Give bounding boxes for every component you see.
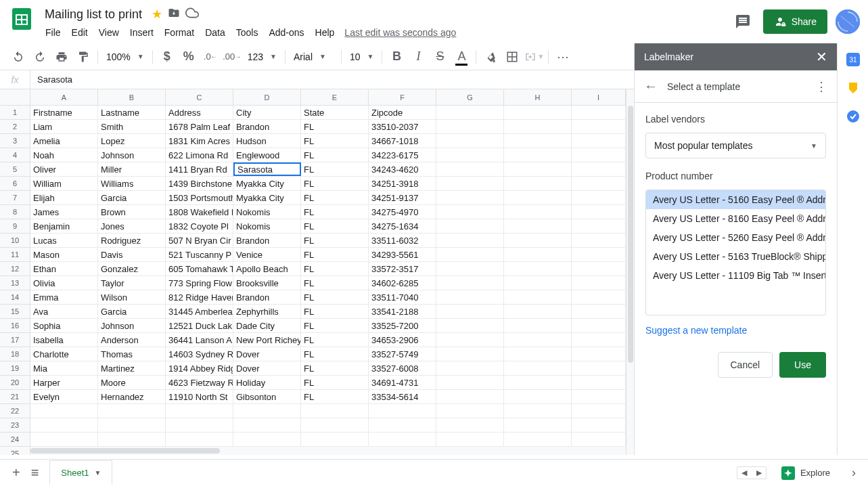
row-head-4[interactable]: 4	[0, 148, 30, 162]
cell[interactable]	[233, 404, 301, 418]
cell[interactable]	[572, 404, 626, 418]
cell[interactable]: FL	[301, 319, 369, 332]
font-size-dropdown[interactable]: 10▼	[346, 49, 378, 65]
cell[interactable]	[572, 390, 626, 403]
cell[interactable]: 33534-5614	[369, 390, 436, 403]
text-color-icon[interactable]: A	[451, 47, 472, 67]
cell[interactable]: FL	[301, 361, 369, 375]
cell[interactable]	[504, 404, 572, 418]
comments-icon[interactable]	[731, 9, 755, 34]
cell[interactable]: Emma	[30, 290, 98, 304]
cell[interactable]: 34223-6175	[369, 148, 436, 162]
cell[interactable]	[504, 120, 572, 133]
cell[interactable]: Jones	[98, 219, 166, 233]
cell[interactable]: Williams	[98, 177, 166, 190]
cell[interactable]	[436, 347, 504, 361]
cell[interactable]: Sarasota	[233, 162, 301, 176]
cell[interactable]	[572, 191, 626, 204]
cell[interactable]: 12521 Duck Lak	[166, 319, 233, 332]
cloud-status-icon[interactable]	[185, 6, 199, 22]
cell[interactable]	[504, 219, 572, 233]
cell[interactable]	[436, 390, 504, 403]
cell[interactable]: 34691-4731	[369, 376, 436, 389]
cell[interactable]: 1678 Palm Leaf	[166, 120, 233, 133]
back-arrow-icon[interactable]: ←	[644, 79, 658, 94]
cell[interactable]: 33510-2037	[369, 120, 436, 133]
menu-insert[interactable]: Insert	[125, 24, 158, 41]
cell[interactable]: 34275-1634	[369, 219, 436, 233]
cell[interactable]: Sophia	[30, 319, 98, 332]
cell[interactable]	[572, 347, 626, 361]
cell[interactable]: Taylor	[98, 276, 166, 290]
cell[interactable]: 11910 North St	[166, 390, 233, 403]
cell[interactable]: FL	[301, 162, 369, 176]
cell[interactable]	[436, 106, 504, 119]
cell[interactable]	[572, 219, 626, 233]
cell[interactable]: 33572-3517	[369, 262, 436, 275]
cell[interactable]	[436, 433, 504, 446]
menu-file[interactable]: File	[41, 24, 66, 41]
cell[interactable]: Myakka City	[233, 191, 301, 204]
merge-cells-icon[interactable]: ▼	[524, 47, 544, 67]
cell[interactable]: 31445 Amberlea	[166, 305, 233, 318]
doc-title[interactable]: Mailing list to print	[41, 6, 146, 23]
row-head-6[interactable]: 6	[0, 177, 30, 191]
cell[interactable]: FL	[301, 305, 369, 318]
cell[interactable]: FL	[301, 177, 369, 190]
cell[interactable]	[572, 262, 626, 275]
cell[interactable]: Oliver	[30, 162, 98, 176]
menu-view[interactable]: View	[94, 24, 124, 41]
explore-button[interactable]: ✦ Explore	[773, 462, 838, 484]
star-icon[interactable]: ★	[152, 7, 162, 22]
cell[interactable]	[369, 418, 436, 432]
cell[interactable]: Nokomis	[233, 219, 301, 233]
currency-icon[interactable]: $	[157, 47, 177, 67]
cell[interactable]: FL	[301, 134, 369, 148]
cell[interactable]: Rodriguez	[98, 234, 166, 247]
cell[interactable]	[504, 361, 572, 375]
zoom-dropdown[interactable]: 100%▼	[102, 49, 148, 65]
cell[interactable]: Anderson	[98, 333, 166, 347]
cell[interactable]: 1808 Wakefield I	[166, 205, 233, 219]
italic-icon[interactable]: I	[408, 47, 428, 67]
cell[interactable]: 34653-2906	[369, 333, 436, 347]
cell[interactable]: State	[301, 106, 369, 119]
cell[interactable]	[572, 148, 626, 162]
add-sheet-icon[interactable]: +	[12, 465, 20, 481]
font-dropdown[interactable]: Arial▼	[290, 49, 337, 65]
sheet-nav-left-icon[interactable]: ◀	[737, 467, 751, 479]
use-button[interactable]: Use	[779, 352, 826, 378]
cell[interactable]: Miller	[98, 162, 166, 176]
menu-edit[interactable]: Edit	[67, 24, 93, 41]
cell[interactable]: 33511-6032	[369, 234, 436, 247]
cells-area[interactable]: FirstnameLastnameAddressCityStateZipcode…	[30, 106, 626, 455]
cell[interactable]	[572, 418, 626, 432]
cell[interactable]	[572, 205, 626, 219]
cell[interactable]	[166, 433, 233, 446]
cell[interactable]	[572, 376, 626, 389]
col-head-F[interactable]: F	[369, 89, 436, 105]
cell[interactable]: Moore	[98, 376, 166, 389]
col-head-E[interactable]: E	[301, 89, 369, 105]
cell[interactable]: FL	[301, 248, 369, 261]
cell[interactable]	[301, 404, 369, 418]
cell[interactable]: Mason	[30, 248, 98, 261]
move-icon[interactable]	[168, 7, 180, 22]
menu-data[interactable]: Data	[200, 24, 230, 41]
cancel-button[interactable]: Cancel	[718, 352, 773, 378]
cell[interactable]	[504, 177, 572, 190]
cell[interactable]: 605 Tomahawk T	[166, 262, 233, 275]
cell[interactable]	[436, 162, 504, 176]
cell[interactable]: Lopez	[98, 134, 166, 148]
cell[interactable]	[572, 162, 626, 176]
cell[interactable]	[436, 333, 504, 347]
cell[interactable]	[572, 134, 626, 148]
cell[interactable]	[436, 148, 504, 162]
cell[interactable]	[504, 205, 572, 219]
cell[interactable]: Brandon	[233, 290, 301, 304]
cell[interactable]: 4623 Fietzway R	[166, 376, 233, 389]
cell[interactable]: 34251-9137	[369, 191, 436, 204]
cell[interactable]: Dade City	[233, 319, 301, 332]
cell[interactable]	[504, 305, 572, 318]
cell[interactable]	[572, 305, 626, 318]
